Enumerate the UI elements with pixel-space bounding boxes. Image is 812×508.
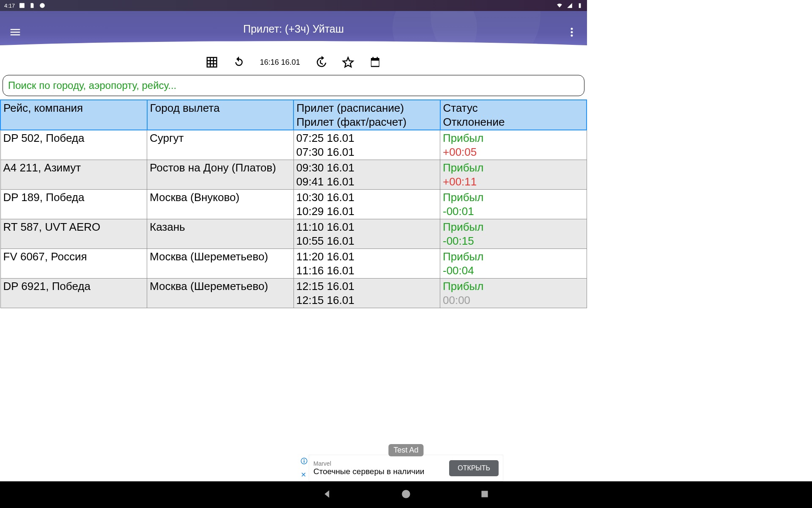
toolbar: 16:16 16.01 — [0, 53, 587, 72]
cell-status: Прибыл-00:15 — [440, 219, 587, 249]
overflow-menu-button[interactable] — [563, 24, 580, 41]
keyboard-icon — [19, 3, 25, 8]
status-time: 4:17 — [4, 3, 15, 9]
table-header-row: Рейс, компания Город вылета Прилет (расп… — [0, 100, 587, 130]
signal-icon — [567, 3, 573, 8]
table-row[interactable]: DP 189, ПобедаМосква (Внуково)10:30 16.0… — [0, 190, 587, 219]
cell-flight: A4 211, Азимут — [0, 160, 147, 190]
android-statusbar: 4:17 — [0, 0, 587, 11]
cell-times: 11:20 16.0111:16 16.01 — [294, 249, 440, 279]
svg-point-5 — [571, 35, 573, 37]
cell-times: 09:30 16.0109:41 16.01 — [294, 160, 440, 190]
cell-status: Прибыл-00:04 — [440, 249, 587, 279]
calendar-icon[interactable] — [369, 56, 381, 69]
svg-rect-0 — [19, 3, 25, 8]
header-time[interactable]: Прилет (расписание) Прилет (факт/расчет) — [294, 100, 440, 130]
cell-flight: DP 6921, Победа — [0, 279, 147, 308]
search-input[interactable] — [3, 75, 584, 96]
svg-point-3 — [571, 28, 573, 30]
cell-origin: Москва (Внуково) — [147, 190, 294, 219]
cell-origin: Казань — [147, 219, 294, 249]
table-row[interactable]: DP 502, ПобедаСургут07:25 16.0107:30 16.… — [0, 130, 587, 160]
header-flight[interactable]: Рейс, компания — [0, 100, 147, 130]
star-icon[interactable] — [342, 56, 354, 69]
cell-status: Прибыл00:00 — [440, 279, 587, 308]
more-vert-icon — [570, 27, 573, 37]
grid-icon[interactable] — [206, 56, 218, 69]
moon-icon — [39, 3, 45, 8]
table-row[interactable]: RT 587, UVT AEROКазань11:10 16.0110:55 1… — [0, 219, 587, 249]
refresh-time: 16:16 16.01 — [260, 58, 300, 67]
cell-times: 11:10 16.0110:55 16.01 — [294, 219, 440, 249]
cell-origin: Москва (Шереметьево) — [147, 249, 294, 279]
cell-origin: Москва (Шереметьево) — [147, 279, 294, 308]
cell-status: Прибыл+00:05 — [440, 130, 587, 160]
cell-status: Прибыл+00:11 — [440, 160, 587, 190]
table-row[interactable]: DP 6921, ПобедаМосква (Шереметьево)12:15… — [0, 279, 587, 308]
cell-times: 07:25 16.0107:30 16.01 — [294, 130, 440, 160]
cell-flight: DP 189, Победа — [0, 190, 147, 219]
flights-table: Рейс, компания Город вылета Прилет (расп… — [0, 99, 587, 308]
cell-flight: DP 502, Победа — [0, 130, 147, 160]
cell-origin: Сургут — [147, 130, 294, 160]
sd-icon — [29, 3, 35, 8]
cell-flight: FV 6067, Россия — [0, 249, 147, 279]
cell-flight: RT 587, UVT AERO — [0, 219, 147, 249]
table-row[interactable]: FV 6067, РоссияМосква (Шереметьево)11:20… — [0, 249, 587, 279]
cell-times: 10:30 16.0110:29 16.01 — [294, 190, 440, 219]
history-icon[interactable] — [315, 56, 327, 69]
page-title: Прилет: (+3ч) Уйташ — [0, 23, 587, 35]
svg-rect-2 — [579, 3, 581, 8]
svg-point-4 — [571, 31, 573, 33]
wifi-icon — [557, 3, 562, 8]
table-row[interactable]: A4 211, АзимутРостов на Дону (Платов)09:… — [0, 160, 587, 190]
cell-status: Прибыл-00:01 — [440, 190, 587, 219]
battery-icon — [577, 3, 583, 8]
header-status[interactable]: Статус Отклонение — [440, 100, 587, 130]
appbar: Прилет: (+3ч) Уйташ — [0, 11, 587, 47]
svg-point-1 — [40, 3, 45, 8]
cell-times: 12:15 16.0112:15 16.01 — [294, 279, 440, 308]
cell-origin: Ростов на Дону (Платов) — [147, 160, 294, 190]
refresh-icon[interactable] — [233, 56, 245, 69]
header-origin[interactable]: Город вылета — [147, 100, 294, 130]
